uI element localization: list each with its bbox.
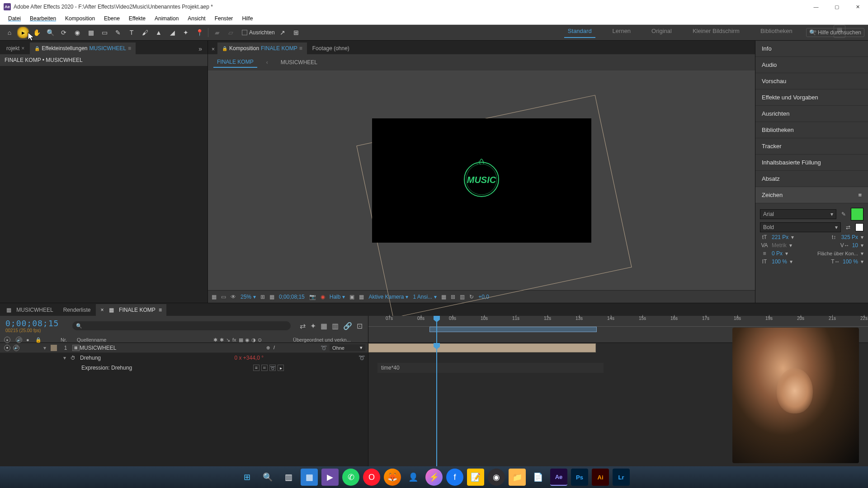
- eyedropper-icon[interactable]: ✎: [839, 211, 848, 217]
- stroke-width-value[interactable]: 0 Px: [772, 250, 783, 257]
- help-search[interactable]: 🔍 Hilfe durchsuchen: [806, 28, 864, 37]
- stroke-swatch[interactable]: ▱: [225, 27, 236, 38]
- snapshot-icon[interactable]: 📷: [309, 294, 316, 300]
- menu-hilfe[interactable]: Hilfe: [237, 14, 257, 24]
- layer-duration-bar[interactable]: [368, 343, 596, 352]
- resolution-dropdown[interactable]: Halb ▾: [330, 294, 345, 300]
- taskbar-photoshop[interactable]: Ps: [571, 469, 588, 486]
- taskbar-sketch[interactable]: 📄: [529, 469, 547, 486]
- layer-color-label[interactable]: [51, 345, 57, 351]
- layer-row-1[interactable]: ● 🔊 ▾ 1 ▦ MUSICWHEEL ⊕/ ➰ Ohne▾: [0, 343, 368, 353]
- timeline-ruler[interactable]: 07s 08s 09s 10s 11s 12s 13s 14s 15s 16s …: [368, 316, 868, 327]
- expression-field[interactable]: time*40: [377, 363, 604, 373]
- panel-content-fill[interactable]: Inhaltsbasierte Füllung: [755, 155, 868, 171]
- tl-tool-6[interactable]: ⊡: [357, 322, 363, 330]
- taskbar-taskview[interactable]: ▥: [280, 469, 297, 486]
- taskbar-start[interactable]: ⊞: [238, 469, 255, 486]
- panel-vorschau[interactable]: Vorschau: [755, 73, 868, 89]
- vf-3d-icon[interactable]: ▦: [441, 294, 446, 300]
- vf-channel-icon[interactable]: ▭: [221, 294, 226, 300]
- tl-tool-1[interactable]: ⇄: [300, 322, 306, 330]
- menu-fenster[interactable]: Fenster: [210, 14, 238, 24]
- crumb-finale[interactable]: FINALE KOMP: [213, 57, 257, 68]
- vf-guide-icon[interactable]: ▥: [460, 294, 465, 300]
- vf-res-icon1[interactable]: ⊞: [260, 294, 265, 300]
- font-size-value[interactable]: 221 Px: [772, 234, 788, 240]
- puppet-tool[interactable]: 📍: [193, 27, 205, 38]
- menu-komposition[interactable]: Komposition: [61, 14, 99, 24]
- workspace-kleiner[interactable]: Kleiner Bildschirm: [689, 25, 743, 38]
- close-button[interactable]: ✕: [847, 0, 868, 14]
- expr-pick-icon[interactable]: ➰: [269, 365, 276, 371]
- pen-tool[interactable]: ✎: [112, 27, 124, 38]
- taskbar-messenger[interactable]: ⚡: [425, 469, 443, 486]
- vscale-value[interactable]: 100 %: [772, 258, 787, 265]
- workspace-lernen[interactable]: Lernen: [609, 25, 634, 38]
- views-dropdown[interactable]: 1 Ansi... ▾: [413, 294, 437, 300]
- prop-value[interactable]: +344,0: [243, 355, 260, 361]
- prop-pick-icon[interactable]: ➰: [359, 355, 365, 361]
- menu-bearbeiten[interactable]: Bearbeiten: [25, 14, 61, 24]
- vf-alpha-icon[interactable]: ▦: [212, 294, 217, 300]
- kerning-value[interactable]: Metrik: [772, 242, 787, 249]
- orbit-tool[interactable]: ⟳: [58, 27, 70, 38]
- roto-tool[interactable]: ✦: [180, 27, 192, 38]
- leading-value[interactable]: 325 Px: [841, 234, 858, 240]
- property-row-drehung[interactable]: ▾ ⏱ Drehung 0 x +344,0 ° ➰: [0, 353, 368, 363]
- brush-tool[interactable]: 🖌: [139, 27, 151, 38]
- layer-video-toggle[interactable]: ●: [4, 345, 10, 351]
- selection-tool[interactable]: ▸: [17, 27, 29, 38]
- menu-ebene[interactable]: Ebene: [99, 14, 124, 24]
- zoom-dropdown[interactable]: 25% ▾: [241, 294, 256, 300]
- font-weight-dropdown[interactable]: Bold▾: [760, 222, 841, 232]
- swap-colors-icon[interactable]: ⇄: [844, 224, 853, 230]
- vf-region-icon[interactable]: ▣: [349, 294, 354, 300]
- panel-tracker[interactable]: Tracker: [755, 138, 868, 155]
- footage-tab[interactable]: Footage (ohne): [308, 42, 354, 54]
- crumb-musicwheel[interactable]: MUSICWHEEL: [277, 57, 321, 67]
- taskbar-notes[interactable]: 📝: [467, 469, 484, 486]
- panel-audio[interactable]: Audio: [755, 57, 868, 73]
- stroke-color-swatch[interactable]: [855, 223, 863, 231]
- camera-dropdown[interactable]: Aktive Kamera ▾: [368, 294, 408, 300]
- text-tool[interactable]: T: [126, 27, 137, 38]
- menu-effekte[interactable]: Effekte: [124, 14, 150, 24]
- vf-refresh-icon[interactable]: ↻: [469, 294, 474, 300]
- shape-tool[interactable]: ▭: [99, 27, 110, 38]
- work-area-bar[interactable]: [429, 327, 597, 332]
- maximize-button[interactable]: ▢: [826, 0, 847, 14]
- panel-bibliotheken[interactable]: Bibliotheken: [755, 122, 868, 138]
- taskbar-obs[interactable]: ◉: [488, 469, 505, 486]
- vf-mask-icon[interactable]: 👁: [231, 294, 236, 300]
- col-lock-icon[interactable]: 🔒: [35, 337, 42, 343]
- snap-option-1[interactable]: ↗: [277, 27, 288, 38]
- taskbar-lightroom[interactable]: Lr: [613, 469, 630, 486]
- col-audio-icon[interactable]: 🔊: [16, 337, 22, 343]
- fill-color-swatch[interactable]: [851, 208, 863, 221]
- minimize-button[interactable]: —: [806, 0, 826, 14]
- tl-tab-finale[interactable]: × ▦ FINALE KOMP ≡: [96, 304, 166, 316]
- panel-ausrichten[interactable]: Ausrichten: [755, 106, 868, 122]
- vf-transparency-icon[interactable]: ▦: [359, 294, 364, 300]
- taskbar-facebook[interactable]: f: [446, 469, 463, 486]
- camera-tool[interactable]: ▦: [85, 27, 97, 38]
- menu-animation[interactable]: Animation: [150, 14, 183, 24]
- expr-lang-icon[interactable]: ▸: [278, 365, 284, 371]
- workspace-original[interactable]: Original: [648, 25, 675, 38]
- comp-tab-close[interactable]: ×: [210, 44, 217, 54]
- taskbar-explorer[interactable]: ▦: [301, 469, 318, 486]
- panel-overflow[interactable]: »: [195, 43, 206, 54]
- home-tool[interactable]: ⌂: [4, 27, 15, 38]
- workspace-standard[interactable]: Standard: [564, 25, 595, 38]
- tl-tab-render[interactable]: Renderliste: [59, 304, 95, 316]
- vf-res-icon2[interactable]: ▦: [269, 294, 274, 300]
- zoom-tool[interactable]: 🔍: [44, 27, 56, 38]
- vf-grid-icon[interactable]: ⊞: [451, 294, 455, 300]
- viewer-timecode[interactable]: 0;00;08;15: [279, 294, 305, 300]
- menu-datei[interactable]: Datei: [4, 14, 25, 24]
- taskbar-opera[interactable]: O: [363, 469, 380, 486]
- taskbar-whatsapp[interactable]: ✆: [342, 469, 359, 486]
- workspace-bibliotheken[interactable]: Bibliotheken: [757, 25, 796, 38]
- color-mgmt-icon[interactable]: ◉: [321, 294, 325, 300]
- composition-tab[interactable]: 🔒 Komposition FINALE KOMP ≡: [217, 42, 307, 54]
